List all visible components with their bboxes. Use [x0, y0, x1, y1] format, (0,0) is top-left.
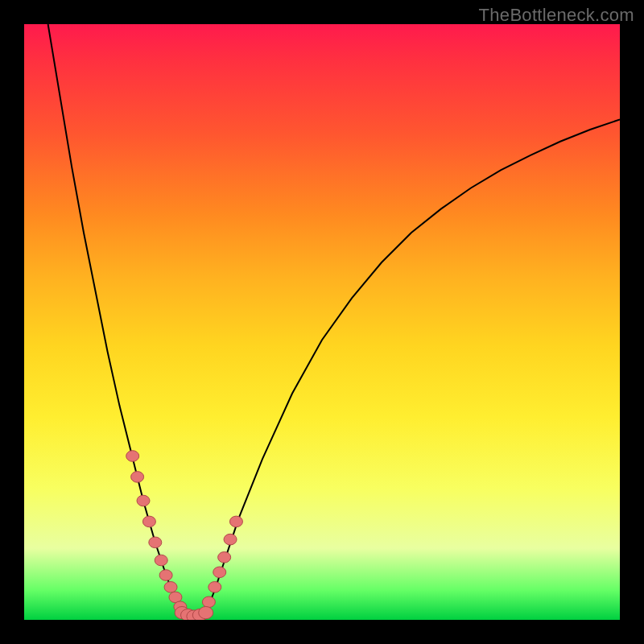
curve-layer [48, 24, 620, 617]
data-marker [213, 567, 226, 578]
data-marker [142, 516, 155, 527]
data-marker [155, 555, 167, 566]
marker-layer [126, 451, 243, 620]
data-marker [149, 537, 162, 548]
data-marker [202, 597, 215, 608]
data-marker [229, 516, 242, 527]
data-marker [199, 606, 213, 618]
curve-overlay [24, 24, 620, 620]
bottleneck-curve [48, 24, 620, 617]
plot-area [24, 24, 620, 620]
data-marker [224, 534, 237, 545]
data-marker [164, 582, 177, 593]
data-marker [137, 495, 150, 506]
data-marker [208, 582, 221, 593]
data-marker [218, 552, 231, 564]
data-marker [126, 451, 139, 462]
data-marker [131, 472, 144, 483]
chart-frame: TheBottleneck.com [0, 0, 644, 644]
data-marker [159, 570, 172, 581]
watermark-text: TheBottleneck.com [479, 5, 634, 26]
